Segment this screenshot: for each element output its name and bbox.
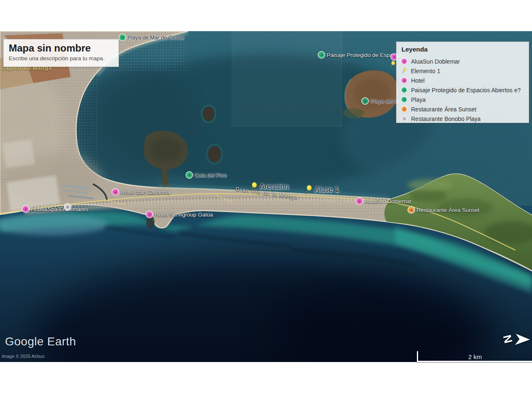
google-earth-logo: Google Earth [5,335,76,348]
imagery-credit: Image © 2025 Airbus [2,354,44,359]
legend-item-4[interactable]: Playa [401,95,524,104]
map-marker-label: Playa de Mar de Cristal [128,34,184,41]
legend-item-label: Paisaje Protegido de Espacios Abiertos e… [411,87,521,94]
pushpin-icon [304,184,313,195]
pushpin-icon [401,67,406,74]
placemark-circle-icon [362,98,368,104]
placemark-circle-icon [401,87,407,93]
pushpin-icon [249,181,258,192]
legend-item-0[interactable]: AluaSun Doblemar [401,57,524,66]
placemark-circle-icon [401,97,407,102]
placemark-circle-icon [146,212,153,218]
map-marker-hotel-spa-entremares[interactable]: Hotel&Spa Entremares [22,206,88,212]
legend-item-1[interactable]: Elemento 1 [401,66,524,76]
map-marker-hotel-izan-cavanna[interactable]: Hotel Izán Cavanna [112,189,170,195]
legend-item-label: Elemento 1 [411,68,440,74]
placemark-circle-icon [119,34,126,41]
google-earth-map-view: Playa de Mar de CristalPaisaje Protegido… [0,0,532,399]
legend-header: Leyenda [401,46,524,53]
pushpin-icon [389,60,396,69]
placemark-circle-icon [401,106,407,112]
legend-item-2[interactable]: Hotel [401,76,524,85]
legend-item-label: Hotel [411,77,425,84]
map-marker-aluse-1[interactable]: Aluse 1 [304,184,339,195]
placemark-circle-icon [64,204,71,210]
placemark-circle-icon [401,116,407,121]
map-marker-cala-del-pino[interactable]: Cala del Pino [186,172,227,178]
map-marker-paisaje-protegido[interactable]: Paisaje Protegido de Espacios [318,52,403,58]
map-marker-pin-under-legend[interactable] [389,60,396,69]
map-marker-label: Hotel Servigroup Galúa [155,212,213,218]
map-marker-playa-del-m[interactable]: Playa del M [362,98,399,104]
placemark-circle-icon [318,52,325,58]
legend-item-label: Playa [411,96,426,103]
map-marker-rest-bonobo-playa[interactable] [64,204,71,210]
legend-items: AluaSun DoblemarElemento 1HotelPaisaje P… [401,57,524,123]
map-marker-label: Arenainn [260,182,289,191]
map-marker-playa-mar-de-cristal[interactable]: Playa de Mar de Cristal [119,34,184,41]
compass-arrow-icon [515,334,530,345]
scale-bar: 2 km [417,351,532,362]
legend-panel: Leyenda AluaSun DoblemarElemento 1HotelP… [396,42,529,123]
map-marker-label: Cala del Pino [195,172,227,178]
compass-north-arrow[interactable]: N [501,328,532,348]
map-marker-label: Hotel Izán Cavanna [121,189,170,195]
legend-item-5[interactable]: Restaurante Área Sunset [401,104,524,114]
compass-letter: N [501,334,515,345]
placemark-circle-icon [112,189,118,195]
legend-item-label: AluaSun Doblemar [411,58,460,65]
map-marker-aluasun-doblemar[interactable]: AluaSun Doblemar [356,198,411,204]
map-marker-label: Restaurante Área Sunset [416,207,480,213]
map-title[interactable]: Mapa sin nombre [9,43,113,54]
placemark-circle-icon [186,172,192,178]
map-marker-arenainn[interactable]: Arenainn [249,181,289,192]
legend-item-6[interactable]: Restaurante Bonobo Playa [401,114,524,123]
map-marker-label: AluaSun Doblemar [365,198,411,204]
map-marker-rest-area-sunset[interactable]: Restaurante Área Sunset [408,207,480,213]
map-marker-label: Playa del M [370,98,399,104]
map-marker-label: Hotel&Spa Entremares [31,206,88,212]
map-title-card[interactable]: Mapa sin nombre Escribe una descripción … [3,39,119,67]
placemark-circle-icon [401,78,407,83]
placemark-circle-icon [408,207,414,213]
legend-item-3[interactable]: Paisaje Protegido de Espacios Abiertos e… [401,85,524,95]
placemark-circle-icon [356,198,362,204]
placemark-circle-icon [22,206,29,212]
map-description-placeholder[interactable]: Escribe una descripción para tu mapa. [9,55,113,62]
map-marker-hotel-servigroup-galua[interactable]: Hotel Servigroup Galúa [146,212,213,218]
scale-bar-label: 2 km [468,353,482,361]
legend-item-label: Restaurante Bonobo Playa [411,116,480,122]
map-marker-label: Aluse 1 [315,185,339,194]
placemark-circle-icon [401,59,407,64]
legend-item-label: Restaurante Área Sunset [411,106,476,113]
